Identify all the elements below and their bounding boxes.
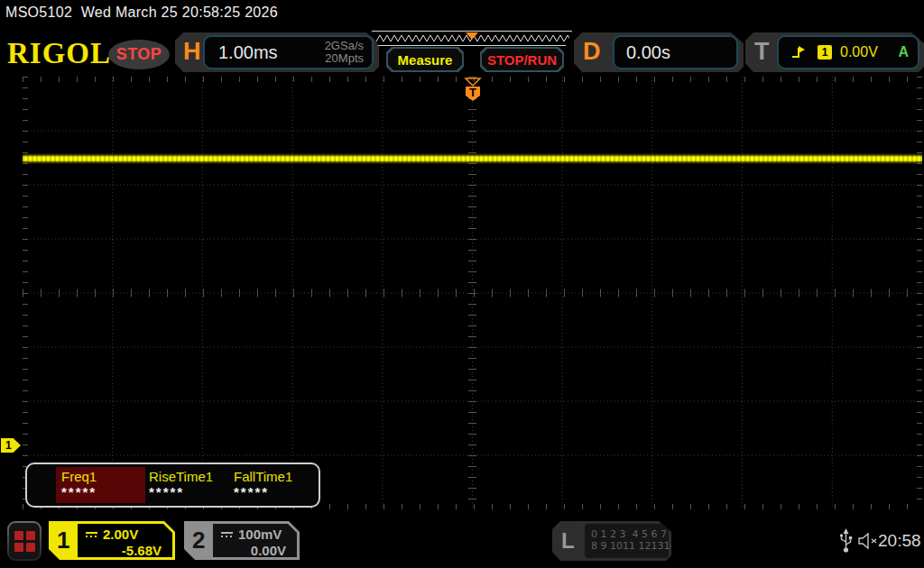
memory-depth: 20Mpts	[325, 51, 364, 65]
timebase-box[interactable]: 1.00ms 2GSa/s 20Mpts	[203, 35, 374, 69]
ch1-level-marker[interactable]: 1	[1, 438, 21, 453]
trigger-sweep-mode: A	[898, 44, 909, 60]
stop-run-button-label: STOP/RUN	[482, 49, 562, 70]
delay-value: 0.00s	[626, 42, 670, 63]
rigol-logo: RIGOL	[7, 37, 111, 70]
menu-grid-button[interactable]	[7, 521, 42, 561]
logic-channels-widget[interactable]: L 0 1 2 3 4 5 6 7 8 9 1011 12131415	[552, 521, 671, 561]
menu-grid-icon	[9, 523, 40, 559]
ch1-waveform-trace	[23, 153, 922, 164]
titlebar: MSO5102 Wed March 25 20:58:25 2026	[5, 5, 278, 21]
ch1-widget[interactable]: 1 2.00V -5.68V	[49, 521, 175, 560]
measurement-item-value: *****	[149, 484, 184, 499]
logic-row-1: 0 1 2 3 4 5 6 7	[585, 528, 669, 540]
preview-trigger-position-icon[interactable]	[466, 32, 478, 40]
logic-row-2: 8 9 1011 12131415	[585, 540, 669, 552]
ch1-scale: 2.00V	[103, 527, 138, 542]
measure-button[interactable]: Measure	[386, 47, 464, 72]
measurement-panel: Freq1 ***** RiseTime1 ***** FallTime1 **…	[25, 463, 320, 508]
horizontal-panel[interactable]: H 1.00ms 2GSa/s 20Mpts	[175, 32, 379, 72]
trigger-panel[interactable]: T 1 0.00V A	[745, 32, 924, 72]
ch2-coupling-icon	[221, 532, 233, 537]
delay-label: D	[583, 38, 601, 66]
delay-box[interactable]: 0.00s	[613, 35, 738, 69]
trigger-level-value: 0.00V	[840, 44, 878, 60]
stop-run-button[interactable]: STOP/RUN	[480, 47, 564, 72]
trigger-source-badge: 1	[818, 45, 832, 60]
trigger-marker-letter: T	[469, 86, 476, 99]
timebase-value: 1.00ms	[218, 42, 278, 63]
clock: 20:58	[878, 531, 921, 551]
ch1-coupling-icon	[86, 532, 97, 537]
delay-panel[interactable]: D 0.00s	[574, 32, 744, 72]
ch2-number: 2	[192, 527, 205, 554]
acquisition-info: 2GSa/s 20Mpts	[325, 40, 372, 65]
model-name: MSO5102	[5, 5, 72, 20]
horizontal-label: H	[183, 38, 201, 66]
measurement-item-value: *****	[234, 484, 269, 499]
trigger-box[interactable]: 1 0.00V A	[777, 35, 919, 69]
ch2-scale: 100mV	[238, 527, 282, 542]
usb-icon	[838, 528, 854, 554]
logic-label: L	[561, 528, 575, 554]
ch1-number: 1	[57, 527, 69, 554]
trigger-label: T	[754, 38, 770, 66]
graticule-grid	[23, 77, 922, 509]
measurement-item-label[interactable]: Freq1	[61, 469, 97, 484]
ch2-offset: 0.00V	[213, 543, 297, 558]
sample-rate: 2GSa/s	[325, 39, 364, 52]
ch2-widget[interactable]: 2 100mV 0.00V	[184, 521, 300, 560]
waveform-overview-strip[interactable]	[372, 31, 572, 46]
ch1-offset: -5.68V	[78, 543, 172, 558]
logic-channels-box: 0 1 2 3 4 5 6 7 8 9 1011 12131415	[585, 524, 669, 558]
trigger-slope-icon	[791, 45, 808, 60]
trigger-position-marker[interactable]: T	[463, 78, 483, 103]
measurement-item-label[interactable]: FallTime1	[234, 469, 292, 484]
datetime: Wed March 25 20:58:25 2026	[81, 5, 278, 20]
measure-button-label: Measure	[388, 49, 462, 70]
measurement-item-label[interactable]: RiseTime1	[149, 469, 213, 484]
oscilloscope-screen: { "titlebar": {"model": "MSO5102", "date…	[0, 0, 924, 568]
run-state-badge: STOP	[108, 40, 170, 69]
measurement-item-value: *****	[61, 484, 97, 499]
